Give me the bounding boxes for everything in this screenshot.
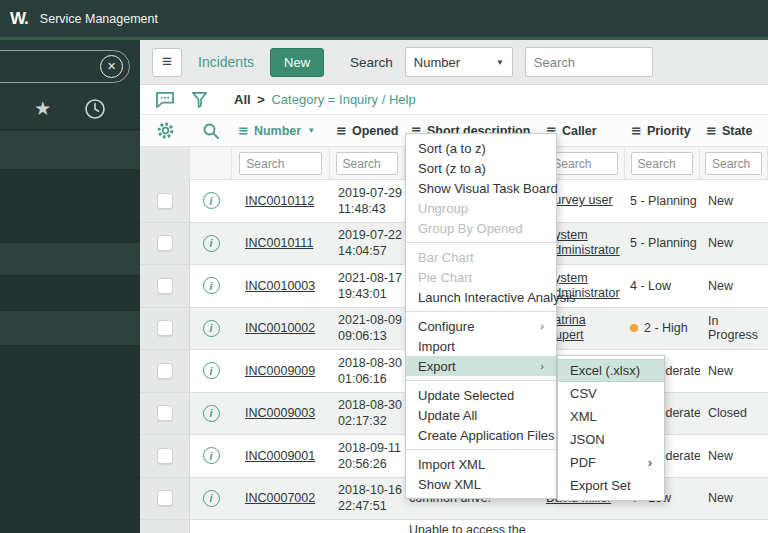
state-cell: New [700, 265, 768, 307]
column-menu-icon[interactable]: ≡ [336, 123, 347, 138]
caller-link[interactable]: Katrina Rupert [546, 313, 625, 343]
comments-icon[interactable] [152, 91, 178, 108]
opened-cell: 2019-07-2214:04:57 [330, 223, 405, 265]
opened-time: 11:48:43 [338, 201, 386, 217]
favorites-star-icon[interactable]: ★ [34, 97, 51, 120]
incident-number-link[interactable]: INC0009001 [245, 449, 315, 463]
record-preview-icon[interactable]: i [203, 235, 220, 252]
row-checkbox[interactable] [157, 193, 173, 209]
column-header-priority[interactable]: ≡Priority [625, 123, 700, 138]
number-cell: INC0007002 [232, 478, 330, 520]
column-menu-icon[interactable]: ≡ [238, 123, 249, 138]
column-search-state[interactable] [705, 152, 762, 175]
column-header-opened[interactable]: ≡Opened [330, 123, 405, 138]
submenu-item-pdf[interactable]: PDF› [558, 451, 664, 474]
nav-item[interactable] [0, 445, 140, 479]
list-search-input[interactable] [525, 47, 653, 77]
column-header-state[interactable]: ≡State [700, 123, 768, 138]
nav-item[interactable] [0, 243, 140, 276]
nav-item[interactable] [0, 311, 140, 346]
menu-item-create-application-files[interactable]: Create Application Files [406, 425, 556, 445]
menu-item-show-xml[interactable]: Show XML [406, 474, 556, 494]
row-checkbox[interactable] [157, 405, 173, 421]
submenu-item-json[interactable]: JSON [558, 428, 664, 451]
record-preview-icon[interactable]: i [203, 192, 220, 209]
menu-item-sort-asc[interactable]: Sort (a to z) [406, 138, 556, 158]
column-header-number[interactable]: ≡Number▼ [232, 123, 330, 138]
record-preview-icon[interactable]: i [203, 490, 220, 507]
incident-number-link[interactable]: INC0010002 [245, 321, 315, 335]
row-checkbox[interactable] [157, 490, 173, 506]
submenu-item-export-set[interactable]: Export Set [558, 474, 664, 497]
record-preview-icon[interactable]: i [203, 320, 220, 337]
nav-item[interactable] [0, 209, 140, 243]
menu-item-ungroup: Ungroup [406, 198, 556, 218]
record-preview-icon[interactable]: i [203, 405, 220, 422]
nav-item[interactable] [0, 276, 140, 311]
row-checkbox[interactable] [157, 448, 173, 464]
clear-filter-icon[interactable]: ✕ [100, 55, 123, 78]
submenu-item-excel[interactable]: Excel (.xlsx) [558, 359, 664, 382]
column-menu-icon[interactable]: ≡ [706, 123, 717, 138]
menu-item-configure[interactable]: Configure› [406, 316, 556, 336]
column-menu-icon[interactable]: ≡ [631, 123, 642, 138]
nav-item[interactable] [0, 170, 140, 209]
menu-item-import[interactable]: Import [406, 336, 556, 356]
history-clock-icon[interactable] [84, 98, 106, 120]
state-value: New [708, 364, 733, 378]
checkbox-cell [140, 180, 190, 222]
state-value: New [708, 279, 733, 293]
row-checkbox[interactable] [157, 363, 173, 379]
incident-number-link[interactable]: INC0007002 [245, 491, 315, 505]
submenu-chevron-icon: › [540, 359, 544, 374]
breadcrumb-all[interactable]: All [234, 92, 251, 107]
record-preview-icon[interactable]: i [203, 447, 220, 464]
filter-funnel-icon[interactable] [186, 91, 212, 109]
menu-item-update-all[interactable]: Update All [406, 405, 556, 425]
column-search-toggle-icon[interactable] [190, 122, 232, 140]
nav-item[interactable] [0, 479, 140, 512]
incident-number-link[interactable]: INC0009003 [245, 406, 315, 420]
incident-number-link[interactable]: INC0010111 [245, 236, 313, 250]
nav-item[interactable] [0, 379, 140, 412]
search-column-select[interactable]: Number ▼ [405, 47, 513, 77]
menu-divider [406, 242, 556, 243]
submenu-item-xml[interactable]: XML [558, 405, 664, 428]
row-checkbox[interactable] [157, 235, 173, 251]
number-cell: INC0010002 [232, 308, 330, 350]
column-search-opened[interactable] [336, 152, 399, 175]
nav-item[interactable] [0, 412, 140, 445]
personalize-gear-icon[interactable] [140, 121, 190, 140]
nav-item[interactable] [0, 131, 140, 170]
new-record-button[interactable]: New [270, 48, 324, 77]
nav-tabs: ★ [0, 88, 140, 130]
caller-link[interactable]: System Administrator [546, 228, 625, 258]
breadcrumb[interactable]: All > Category = Inquiry / Help [234, 92, 416, 107]
column-search-caller[interactable] [546, 152, 617, 175]
menu-item-launch-interactive-analysis[interactable]: Launch Interactive Analysis [406, 287, 556, 307]
incident-number-link[interactable]: INC0010003 [245, 279, 315, 293]
column-search-priority[interactable] [631, 152, 694, 175]
menu-item-export[interactable]: Export› [406, 356, 556, 376]
record-preview-icon[interactable]: i [203, 362, 220, 379]
menu-item-update-selected[interactable]: Update Selected [406, 385, 556, 405]
menu-item-import-xml[interactable]: Import XML [406, 454, 556, 474]
list-title[interactable]: Incidents [198, 54, 254, 70]
menu-item-sort-desc[interactable]: Sort (z to a) [406, 158, 556, 178]
incident-number-link[interactable]: INC0009009 [245, 364, 315, 378]
info-cell: i [190, 435, 232, 477]
row-checkbox[interactable] [157, 278, 173, 294]
submenu-item-csv[interactable]: CSV [558, 382, 664, 405]
nav-item[interactable] [0, 346, 140, 379]
column-search-number[interactable] [239, 152, 321, 175]
nav-item[interactable] [0, 512, 140, 533]
breadcrumb-filter[interactable]: Category = Inquiry / Help [271, 92, 415, 107]
priority-cell [625, 520, 700, 533]
row-checkbox[interactable] [157, 320, 173, 336]
menu-item-show-visual-task-board[interactable]: Show Visual Task Board [406, 178, 556, 198]
list-menu-button[interactable]: ≡ [152, 48, 182, 77]
nav-filter-input[interactable]: ✕ [0, 50, 130, 83]
incident-number-link[interactable]: INC0010112 [245, 194, 314, 208]
record-preview-icon[interactable]: i [203, 277, 220, 294]
state-cell: In Progress [700, 308, 768, 350]
